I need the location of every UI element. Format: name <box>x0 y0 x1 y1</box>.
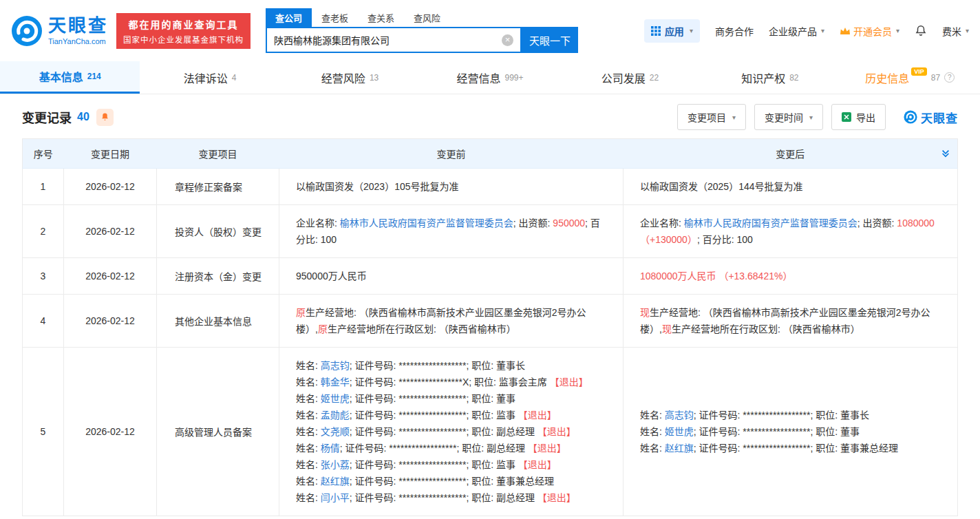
entity-link[interactable]: 文尧顺 <box>321 426 350 437</box>
cell-text: ; 出资额: <box>513 218 553 229</box>
change-before-cell: 950000万人民币 <box>279 258 624 295</box>
cell-text: ; 出资额: <box>858 218 897 229</box>
entity-link[interactable]: 孟勋彪 <box>321 410 350 421</box>
change-item-cell: 其他企业基本信息 <box>157 295 279 348</box>
entity-link[interactable]: 姬世虎 <box>665 426 694 437</box>
apps-label: 应用 <box>665 24 684 38</box>
row-number-cell: 2 <box>23 205 64 258</box>
search-tab-company[interactable]: 查公司 <box>266 8 312 27</box>
cell-line: 姓名: 孟勋彪; 证件号码: ******************; 职位: 监… <box>296 407 606 423</box>
double-chevron-down-icon[interactable] <box>941 149 950 158</box>
search-button[interactable]: 天眼一下 <box>522 27 578 53</box>
tab-company-development[interactable]: 公司发展22 <box>560 61 700 94</box>
tab-operating-risk[interactable]: 经营风险13 <box>280 61 420 94</box>
search-tabs: 查公司 查老板 查关系 查风险 <box>266 8 578 27</box>
grid-icon <box>651 26 661 36</box>
tab-label: 法律诉讼 <box>184 70 228 86</box>
nav-membership-label: 开通会员 <box>853 24 892 38</box>
brand-slogan-badge: 都在用的商业查询工具 国家中小企业发展基金旗下机构 <box>116 13 251 49</box>
entity-link[interactable]: 高志钧 <box>321 360 350 371</box>
cell-line: 姓名: 姬世虎; 证件号码: ******************; 职位: 董… <box>640 423 941 440</box>
cell-text: ; 证件号码: ******************; 职位: 董事兼总经理 <box>350 476 554 487</box>
header-change-after-label: 变更后 <box>776 149 805 160</box>
search-tab-boss[interactable]: 查老板 <box>312 8 358 27</box>
tab-label: 经营风险 <box>321 70 365 86</box>
excel-icon <box>842 112 851 122</box>
tab-operating-info[interactable]: 经营信息999+ <box>420 61 560 94</box>
user-account-menu[interactable]: 费米 ▾ <box>942 24 969 38</box>
cell-line: 企业名称: 榆林市人民政府国有资产监督管理委员会; 出资额: 1080000 （… <box>640 215 941 248</box>
top-header: 天眼查 TianYanCha.com 都在用的商业查询工具 国家中小企业发展基金… <box>0 0 980 59</box>
subscribe-button[interactable] <box>96 109 114 126</box>
row-number-cell: 5 <box>23 348 64 516</box>
filter-change-time-button[interactable]: 变更时间 ▾ <box>754 104 823 130</box>
cell-text: ; 证件号码: ******************; 职位: 副总经理 <box>350 492 537 503</box>
entity-link[interactable]: 杨倩 <box>321 443 340 454</box>
cell-line: 以榆政国资发（2025）144号批复为准 <box>640 178 941 195</box>
tab-count: 4 <box>232 73 237 83</box>
cell-text: 【退出】 <box>518 459 557 470</box>
entity-link[interactable]: 赵红旗 <box>321 476 350 487</box>
help-icon[interactable]: ? <box>944 72 955 83</box>
cell-text: 姓名: <box>296 377 321 388</box>
clear-icon[interactable]: × <box>502 34 513 46</box>
cell-text: 姓名: <box>640 426 665 437</box>
crown-icon <box>840 27 851 35</box>
cell-text: 姓名: <box>296 360 321 371</box>
entity-link[interactable]: 张小荔 <box>321 459 350 470</box>
apps-menu-button[interactable]: 应用 ▾ <box>644 19 700 43</box>
slogan-line1: 都在用的商业查询工具 <box>123 17 244 31</box>
nav-enterprise-products[interactable]: 企业级产品 ▾ <box>769 24 824 38</box>
tianyancha-logo[interactable]: 天眼查 TianYanCha.com <box>11 15 108 47</box>
entity-link[interactable]: 榆林市人民政府国有资产监督管理委员会 <box>340 218 513 229</box>
tab-history-info[interactable]: 历史信息VIP87? <box>840 61 980 94</box>
chevron-down-icon: ▾ <box>821 27 824 34</box>
entity-link[interactable]: 榆林市人民政府国有资产监督管理委员会 <box>684 218 858 229</box>
nav-open-membership[interactable]: 开通会员 ▾ <box>840 24 899 38</box>
table-row: 32026-02-12注册资本（金）变更950000万人民币1080000万人民… <box>23 258 958 295</box>
search-tab-relation[interactable]: 查关系 <box>358 8 404 27</box>
entity-link[interactable]: 闫小平 <box>321 492 350 503</box>
entity-link[interactable]: 姬世虎 <box>321 393 350 404</box>
cell-text: ; 证件号码: ******************; 职位: 董事 <box>694 426 860 437</box>
cell-text: ; 证件号码: ******************; 职位: 副总经理 <box>350 426 537 437</box>
change-item-cell: 章程修正案备案 <box>157 169 279 205</box>
search-input[interactable] <box>267 34 502 45</box>
entity-link[interactable]: 赵红旗 <box>665 443 694 454</box>
notifications-button[interactable] <box>915 24 927 37</box>
change-date-cell: 2026-02-12 <box>64 205 157 258</box>
username-label: 费米 <box>942 24 961 38</box>
change-after-cell: 1080000万人民币 （+13.68421%） <box>624 258 958 295</box>
cell-line: 姓名: 高志钧; 证件号码: ******************; 职位: 董… <box>640 407 941 423</box>
change-before-cell: 以榆政国资发（2023）105号批复为准 <box>279 169 624 205</box>
slogan-line2: 国家中小企业发展基金旗下机构 <box>123 34 244 45</box>
table-row: 22026-02-12投资人（股权）变更企业名称: 榆林市人民政府国有资产监督管… <box>23 205 958 258</box>
vip-badge: VIP <box>911 67 927 76</box>
nav-business-cooperation[interactable]: 商务合作 <box>715 24 754 38</box>
search-tab-risk[interactable]: 查风险 <box>404 8 450 27</box>
tab-count: 214 <box>87 72 101 81</box>
change-after-cell: 以榆政国资发（2025）144号批复为准 <box>624 169 958 205</box>
tab-basic-info[interactable]: 基本信息214 <box>0 61 140 94</box>
cell-text: ; 证件号码: ******************; 职位: 监事 <box>350 459 518 470</box>
tab-intellectual-property[interactable]: 知识产权82 <box>700 61 840 94</box>
export-label: 导出 <box>856 110 875 124</box>
cell-text: ; 证件号码: ******************; 职位: 董事长 <box>694 410 869 421</box>
tab-legal-proceedings[interactable]: 法律诉讼4 <box>140 61 279 94</box>
filter-change-item-button[interactable]: 变更项目 ▾ <box>677 104 746 130</box>
export-button[interactable]: 导出 <box>831 104 886 130</box>
cell-text: 以榆政国资发（2025）144号批复为准 <box>640 181 803 192</box>
entity-link[interactable]: 高志钧 <box>665 410 694 421</box>
search-box: × <box>266 27 522 53</box>
cell-text: ; 证件号码: ******************; 职位: 董事长 <box>350 360 525 371</box>
cell-text: ; 证件号码: ******************; 职位: 监事 <box>350 410 518 421</box>
table-row: 42026-02-12其他企业基本信息原生产经营地: （陕西省榆林市高新技术产业… <box>23 295 958 348</box>
cell-text: ; 证件号码: ******************; 职位: 副总经理 <box>340 443 528 454</box>
cell-text: 姓名: <box>640 410 665 421</box>
top-nav: 应用 ▾ 商务合作 企业级产品 ▾ 开通会员 ▾ 费米 ▾ <box>644 19 969 43</box>
cell-text: 现 <box>662 324 672 335</box>
cell-text: 950000万人民币 <box>296 271 367 282</box>
change-records-table-wrap: 序号 变更日期 变更项目 变更前 变更后 12026-02-12章程修正案备案以… <box>22 138 958 516</box>
cell-line: 以榆政国资发（2023）105号批复为准 <box>296 178 606 195</box>
entity-link[interactable]: 韩金华 <box>321 377 350 388</box>
